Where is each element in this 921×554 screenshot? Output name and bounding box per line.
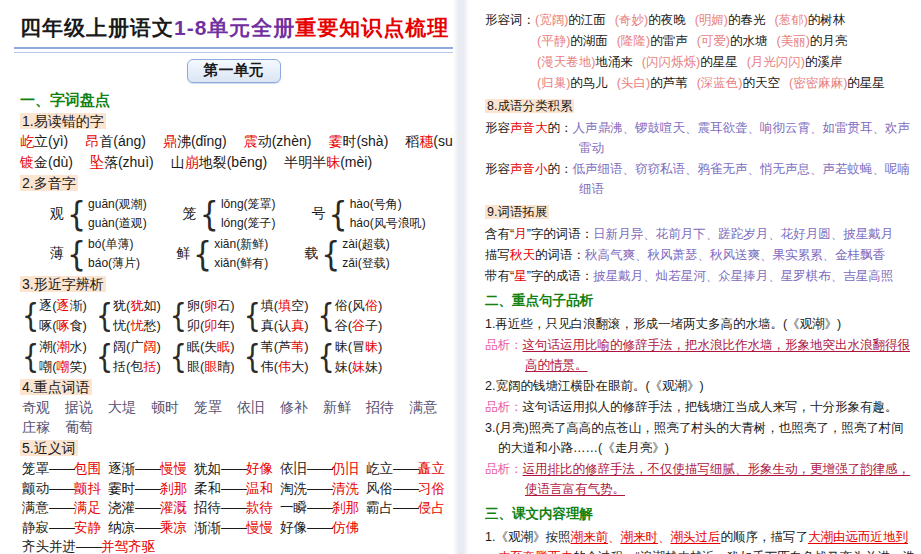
duoyinzi-row: 薄{bó(单薄)báo(薄片)鲜{xiān(新鲜)xiǎn(鲜有)载{zài(超… bbox=[50, 235, 447, 273]
word-item: 震动(zhèn) bbox=[244, 133, 312, 151]
text-segment: 潮( bbox=[39, 339, 56, 354]
text-segment: 石) bbox=[217, 298, 234, 313]
word-pair: 柔和——温和 bbox=[194, 480, 273, 498]
duoyinzi-char: 笼 bbox=[183, 205, 197, 223]
duoyinzi-readings: bó(单薄)báo(薄片) bbox=[88, 235, 140, 273]
comprehension-paragraph: 1.《观潮》按照潮来前、潮来时、潮头过后的顺序，描写了大潮由远而近地到来至奔腾西… bbox=[485, 527, 915, 554]
title-underline bbox=[14, 47, 453, 53]
text-segment: 阔 bbox=[143, 339, 156, 354]
xingjinzi-group: {犹(犹如)忧(忧愁) bbox=[96, 296, 161, 335]
duoyinzi-row: 观{guān(观潮)guàn(道观)笼{lǒng(笼罩)lóng(笼子)号{hà… bbox=[50, 195, 447, 233]
word-pair: 笼罩——包围 bbox=[22, 460, 101, 478]
adjective-line: (漫天卷地)地涌来(闪闪烁烁)的星星(月光闪闪)的溪岸 bbox=[537, 52, 915, 72]
adjective-item: (头白)的芦苇 bbox=[617, 76, 688, 90]
word-item: 霎时(shà) bbox=[328, 133, 388, 151]
pair-dash: —— bbox=[135, 481, 160, 496]
pair-dash: —— bbox=[221, 500, 246, 515]
word-item: 依旧 bbox=[237, 399, 265, 417]
adjective-line: 形容词：(宽阔)的江面(奇妙)的夜晚(明媚)的春光(葱郁)的树林 bbox=[485, 10, 915, 30]
word-pair: 齐头并进——并驾齐驱 bbox=[22, 538, 155, 554]
yiducuo-row: 屹立(yì)昂首(áng)鼎沸(dǐng)震动(zhèn)霎时(shà)稻穗(s… bbox=[20, 133, 447, 151]
text-segment: 穗 bbox=[419, 133, 433, 149]
text-segment: 伟 bbox=[278, 359, 291, 374]
word-item: 招待 bbox=[366, 399, 394, 417]
xingjinzi-line: 卵(卵石) bbox=[187, 296, 235, 316]
adjective-word: (深蓝色) bbox=[697, 76, 743, 90]
xingjinzi-line: 犹(犹如) bbox=[113, 296, 161, 316]
text-segment: 眼( bbox=[187, 359, 204, 374]
text-segment: 山 bbox=[171, 154, 185, 170]
duoyinzi-char: 载 bbox=[304, 245, 318, 263]
duoyinzi-group: 号{hào(号角)háo(风号浪吼) bbox=[312, 195, 426, 233]
brace-glyph: { bbox=[67, 197, 86, 232]
xingjinzi-line: 真(认真) bbox=[261, 316, 309, 336]
pair-second: 包围 bbox=[74, 461, 101, 476]
xingjinzi-lines: 昧(冒昧)妹(妹妹) bbox=[335, 337, 383, 376]
doc-title-red: 重要知识点梳理 bbox=[295, 16, 449, 39]
text-segment: 俗 bbox=[365, 298, 378, 313]
word-item: 稻穗(suì) bbox=[405, 133, 453, 151]
text-segment: 渐) bbox=[70, 298, 87, 313]
sentence-1: 1.再近些，只见白浪翻滚，形成一堵两丈多高的水墙。(《观潮》) bbox=[485, 314, 915, 334]
xingjinzi-line: 眼(眼睛) bbox=[187, 357, 235, 377]
adjective-item: (明媚)的春光 bbox=[695, 13, 766, 27]
adjective-label: 形容词： bbox=[485, 13, 535, 27]
pair-first: 屹立 bbox=[366, 461, 393, 476]
word-pair: 好像——仿佛 bbox=[280, 519, 359, 537]
text-segment: 潮头过后 bbox=[670, 530, 720, 544]
adjective-word: (密密麻麻) bbox=[789, 76, 847, 90]
word-item: 笼罩 bbox=[194, 399, 222, 417]
word-pair: 依旧——仍旧 bbox=[280, 460, 359, 478]
page-gap bbox=[453, 0, 469, 554]
text-segment: 昂 bbox=[85, 133, 99, 149]
pair-dash: —— bbox=[307, 520, 332, 535]
adjective-item: (隆隆)的雷声 bbox=[617, 34, 688, 48]
text-segment: 括(包 bbox=[113, 359, 143, 374]
brace-glyph: { bbox=[22, 341, 39, 372]
pair-dash: —— bbox=[49, 481, 74, 496]
text-segment: 的词语： bbox=[535, 248, 585, 262]
text-segment: 水) bbox=[70, 339, 87, 354]
text-segment: 啄 bbox=[57, 318, 70, 333]
text-segment: 霎 bbox=[328, 133, 342, 149]
adjective-noun: 的夜晚 bbox=[648, 13, 686, 27]
text-segment: 立(yì) bbox=[34, 133, 68, 149]
unit-badge: 第一单元 bbox=[187, 59, 281, 83]
adjective-word: (明媚) bbox=[695, 13, 728, 27]
brace-glyph: { bbox=[96, 300, 113, 331]
pair-second: 仍旧 bbox=[332, 461, 359, 476]
text-segment: 食) bbox=[70, 318, 87, 333]
duoyinzi-readings: xiān(新鲜)xiǎn(鲜有) bbox=[214, 235, 268, 273]
text-segment: ”字的成语： bbox=[527, 269, 594, 283]
word-pair: 一瞬——刹那 bbox=[280, 499, 359, 517]
text-segment: ) bbox=[304, 339, 308, 354]
text-segment: 忧( bbox=[113, 318, 130, 333]
adjective-noun: 的月亮 bbox=[810, 34, 848, 48]
adjective-noun: 的星星 bbox=[847, 76, 885, 90]
pair-second: 颤抖 bbox=[74, 481, 101, 496]
idiom-line-quiet: 形容声音小的：低声细语、窃窃私语、鸦雀无声、悄无声息、声若蚊蝇、呢喃细语 bbox=[485, 159, 915, 199]
pair-first: 犹如 bbox=[194, 461, 221, 476]
pair-second: 慢慢 bbox=[246, 520, 273, 535]
keyword-line: 奇观据说大堤顿时笼罩依旧修补新鲜招待满意 bbox=[22, 399, 447, 417]
xingjinzi-group: {潮(潮水)嘲(嘲笑) bbox=[22, 337, 87, 376]
reading: guàn(道观) bbox=[88, 214, 147, 233]
text-segment: 首(áng) bbox=[99, 133, 146, 149]
word-pair: 浇灌——灌溉 bbox=[108, 499, 187, 517]
adjective-noun: 的芦苇 bbox=[650, 76, 688, 90]
text-segment: 子) bbox=[365, 318, 382, 333]
xingjinzi-line: 卯(卯年) bbox=[187, 316, 235, 336]
xingjinzi-group: {卵(卵石)卯(卯年) bbox=[170, 296, 235, 335]
xingjinzi-line: 括(包括) bbox=[113, 357, 161, 377]
word-pair: 风俗——习俗 bbox=[366, 480, 445, 498]
pair-dash: —— bbox=[49, 520, 74, 535]
text-segment: (suì) bbox=[433, 133, 453, 149]
text-segment: 潮来时 bbox=[620, 530, 658, 544]
word-pair: 渐渐——慢慢 bbox=[194, 519, 273, 537]
adjective-noun: 的水塘 bbox=[730, 34, 768, 48]
duoyinzi-group: 鲜{xiān(新鲜)xiǎn(鲜有) bbox=[176, 235, 268, 273]
brace-glyph: { bbox=[329, 197, 348, 232]
extension-line-moon: 含有“月”字的词语：日新月异、花前月下、蹉跎岁月、花好月圆、披星戴月 bbox=[485, 224, 915, 244]
xingjinzi-lines: 逐(逐渐)啄(啄食) bbox=[39, 296, 87, 335]
analysis-3: 品析：运用排比的修辞手法，不仅使描写细腻、形象生动，更增强了韵律感，使语言富有气… bbox=[485, 459, 915, 499]
